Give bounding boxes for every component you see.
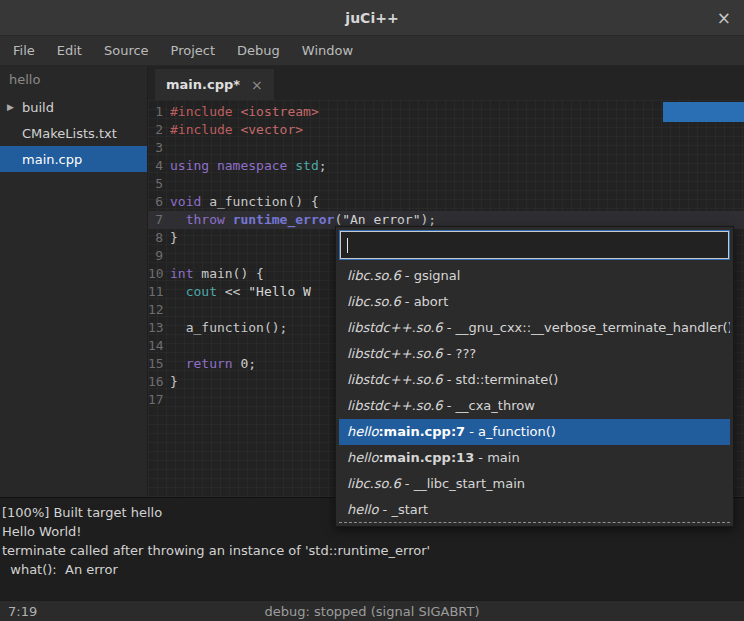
sidebar-item-main-cpp[interactable]: main.cpp: [0, 146, 147, 172]
line-number: 5: [148, 175, 170, 193]
frame-symbol: - _start: [378, 502, 428, 517]
debug-status: debug: stopped (signal SIGABRT): [265, 604, 480, 619]
menu-bar: FileEditSourceProjectDebugWindow: [0, 36, 744, 66]
code-line-2: 2#include <vector>: [148, 121, 744, 139]
frame-module: libstdc++.so.6: [347, 320, 443, 335]
jucipp-window: juCi++ × FileEditSourceProjectDebugWindo…: [0, 0, 744, 621]
sidebar-item-label: build: [22, 100, 54, 115]
file-tree-panel: hello ▶buildCMakeLists.txtmain.cpp: [0, 66, 148, 497]
frame-symbol: - abort: [401, 294, 449, 309]
sidebar-item-build[interactable]: ▶build: [0, 94, 147, 120]
output-line: terminate called after throwing an insta…: [2, 541, 742, 560]
frame-symbol: - __cxa_throw: [443, 398, 535, 413]
project-name: hello: [0, 66, 147, 94]
line-number: 17: [148, 391, 170, 409]
frame-location: :main.cpp:7: [378, 424, 465, 439]
backtrace-item[interactable]: hello:main.cpp:7 - a_function(): [339, 419, 730, 445]
code-line-6: 6void a_function() {: [148, 193, 744, 211]
menu-source[interactable]: Source: [93, 36, 160, 65]
backtrace-item[interactable]: hello - _start: [339, 497, 730, 523]
line-number: 14: [148, 337, 170, 355]
frame-symbol: - __gnu_cxx::__verbose_terminate_handler…: [443, 320, 730, 335]
line-number: 11: [148, 283, 170, 301]
backtrace-item[interactable]: libstdc++.so.6 - std::terminate(): [339, 367, 730, 393]
tab-main-cpp[interactable]: main.cpp* ×: [155, 69, 274, 100]
code-text: #include <iostream>: [170, 103, 744, 121]
frame-module: hello: [347, 424, 378, 439]
menu-edit[interactable]: Edit: [46, 36, 93, 65]
backtrace-item[interactable]: libstdc++.so.6 - ???: [339, 341, 730, 367]
code-line-3: 3: [148, 139, 744, 157]
menu-project[interactable]: Project: [160, 36, 226, 65]
code-text: [170, 175, 744, 193]
frame-symbol: - a_function(): [465, 424, 556, 439]
code-text: void a_function() {: [170, 193, 744, 211]
title-bar: juCi++ ×: [0, 0, 744, 36]
menu-window[interactable]: Window: [291, 36, 364, 65]
backtrace-item[interactable]: libc.so.6 - __libc_start_main: [339, 471, 730, 497]
line-number: 4: [148, 157, 170, 175]
frame-module: libc.so.6: [347, 268, 401, 283]
code-line-1: 1#include <iostream>: [148, 103, 744, 121]
backtrace-item[interactable]: libc.so.6 - abort: [339, 289, 730, 315]
cursor-position: 7:19: [0, 604, 37, 619]
backtrace-item[interactable]: hello:main.cpp:13 - main: [339, 445, 730, 471]
chevron-right-icon[interactable]: ▶: [7, 102, 14, 112]
file-tree: ▶buildCMakeLists.txtmain.cpp: [0, 94, 147, 172]
line-number: 6: [148, 193, 170, 211]
frame-module: hello: [347, 450, 378, 465]
backtrace-item[interactable]: libc.so.6 - gsignal: [339, 263, 730, 289]
frame-module: libstdc++.so.6: [347, 372, 443, 387]
menu-file[interactable]: File: [2, 36, 46, 65]
code-line-4: 4using namespace std;: [148, 157, 744, 175]
text-caret: [347, 238, 348, 253]
line-number: 10: [148, 265, 170, 283]
line-number: 16: [148, 373, 170, 391]
line-number: 12: [148, 301, 170, 319]
line-number: 9: [148, 247, 170, 265]
backtrace-list: libc.so.6 - gsignallibc.so.6 - abortlibs…: [339, 263, 730, 523]
code-line-5: 5: [148, 175, 744, 193]
code-text: [170, 139, 744, 157]
tab-bar: main.cpp* ×: [148, 66, 744, 100]
line-number: 3: [148, 139, 170, 157]
frame-symbol: - ???: [443, 346, 477, 361]
line-number: 2: [148, 121, 170, 139]
backtrace-item[interactable]: libstdc++.so.6 - __cxa_throw: [339, 393, 730, 419]
sidebar-item-label: main.cpp: [22, 152, 82, 167]
sidebar-item-cmakelists-txt[interactable]: CMakeLists.txt: [0, 120, 147, 146]
frame-module: hello: [347, 502, 378, 517]
frame-symbol: - gsignal: [401, 268, 461, 283]
line-number: 8: [148, 229, 170, 247]
frame-symbol: - std::terminate(): [443, 372, 559, 387]
menu-debug[interactable]: Debug: [226, 36, 291, 65]
line-number: 15: [148, 355, 170, 373]
code-text: using namespace std;: [170, 157, 744, 175]
frame-module: libstdc++.so.6: [347, 346, 443, 361]
backtrace-item[interactable]: libstdc++.so.6 - __gnu_cxx::__verbose_te…: [339, 315, 730, 341]
backtrace-filter-input[interactable]: [340, 231, 729, 259]
line-number: 7: [148, 211, 170, 229]
backtrace-popup: libc.so.6 - gsignallibc.so.6 - abortlibs…: [335, 226, 734, 527]
frame-module: libc.so.6: [347, 294, 401, 309]
code-text: #include <vector>: [170, 121, 744, 139]
scrollbar-thumb[interactable]: [663, 102, 744, 122]
status-bar: 7:19 debug: stopped (signal SIGABRT): [0, 600, 744, 621]
close-icon[interactable]: ×: [717, 9, 731, 26]
output-line: what(): An error: [2, 560, 742, 579]
window-title: juCi++: [345, 10, 398, 26]
frame-module: libc.so.6: [347, 476, 401, 491]
frame-symbol: - __libc_start_main: [401, 476, 525, 491]
tab-label: main.cpp*: [166, 77, 240, 92]
frame-symbol: - main: [474, 450, 519, 465]
frame-module: libstdc++.so.6: [347, 398, 443, 413]
frame-location: :main.cpp:13: [378, 450, 474, 465]
line-number: 13: [148, 319, 170, 337]
line-number: 1: [148, 103, 170, 121]
sidebar-item-label: CMakeLists.txt: [22, 126, 117, 141]
tab-close-icon[interactable]: ×: [251, 78, 263, 92]
